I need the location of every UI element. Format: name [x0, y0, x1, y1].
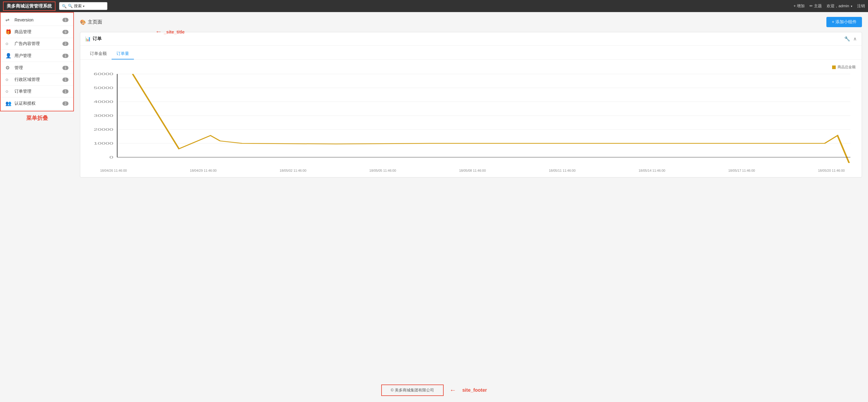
sidebar-item-label: 订单管理 [14, 89, 62, 94]
x-label: 18/05/20 11:46:00 [818, 169, 845, 172]
add-widget-button[interactable]: + 添加小组件 [826, 17, 862, 27]
footer: © 美多商城集团有限公司 ← site_footer [0, 378, 868, 402]
breadcrumb-bar: 🎨 主页面 + 添加小组件 [80, 17, 862, 27]
x-label: 18/04/26 11:46:00 [100, 169, 127, 172]
welcome-caret: ▾ [851, 4, 852, 8]
collapse-icon[interactable]: ∧ [853, 36, 857, 41]
svg-text:20000: 20000 [94, 128, 114, 132]
x-label: 18/05/02 11:46:00 [280, 169, 306, 172]
sidebar-badge: 2 [62, 41, 68, 46]
x-label: 18/04/29 11:46:00 [190, 169, 217, 172]
sidebar-item[interactable]: ○ 广告内容管理 2 [1, 38, 73, 50]
sidebar-item[interactable]: ○ 订单管理 1 [1, 86, 73, 97]
sidebar-item-label: 商品管理 [14, 29, 62, 35]
sidebar-item-label: Reversion [14, 18, 62, 22]
x-label: 18/05/14 11:46:00 [639, 169, 665, 172]
logout-button[interactable]: 注销 [857, 3, 865, 9]
chart-tab[interactable]: 订单金额 [85, 49, 112, 59]
sidebar-item-icon: ○ [5, 89, 12, 94]
sidebar-wrapper: ⇌ Reversion 1 🎁 商品管理 9 ○ 广告内容管理 2 👤 用户管理… [0, 12, 74, 378]
svg-text:50000: 50000 [94, 86, 114, 90]
sidebar-item-icon: 👤 [5, 53, 12, 59]
sidebar-badge: 1 [62, 78, 68, 82]
welcome-label: 欢迎，admin ▾ [827, 3, 852, 9]
footer-text: © 美多商城集团有限公司 [381, 384, 444, 396]
search-label: 🔍 搜索 [68, 3, 82, 9]
sidebar-item[interactable]: 👤 用户管理 1 [1, 50, 73, 62]
card-title-text: 订单 [93, 36, 102, 41]
search-box[interactable]: 🔍 🔍 搜索 ▾ [59, 2, 107, 10]
sidebar-badge: 1 [62, 89, 68, 93]
sidebar-item-label: 行政区域管理 [14, 77, 62, 82]
main-layout: ⇌ Reversion 1 🎁 商品管理 9 ○ 广告内容管理 2 👤 用户管理… [0, 12, 868, 378]
page-icon: 🎨 [80, 19, 86, 25]
svg-text:60000: 60000 [94, 72, 114, 76]
add-button[interactable]: + 增加 [794, 3, 805, 9]
sidebar-item-icon: ○ [5, 41, 12, 47]
svg-text:0: 0 [110, 155, 114, 160]
x-label: 18/05/11 11:46:00 [549, 169, 576, 172]
page-title: 主页面 [88, 19, 102, 25]
footer-arrow: ← [450, 386, 456, 394]
chart-container: 商品总金额 60000 50000 [80, 60, 862, 177]
topnav-right: + 增加 ✏ 主题 欢迎，admin ▾ 注销 [794, 3, 865, 9]
content-area: 🎨 主页面 + 添加小组件 📊 订单 🔧 ∧ 订单金额订单量 [74, 12, 868, 378]
orders-card: 📊 订单 🔧 ∧ 订单金额订单量 商品总金额 [80, 32, 862, 177]
sidebar-item[interactable]: ⇌ Reversion 1 [1, 14, 73, 26]
top-navigation: 美多商城运营管理系统 🔍 🔍 搜索 ▾ + 增加 ✏ 主题 欢迎，admin ▾… [0, 0, 868, 12]
sidebar-item[interactable]: 🎁 商品管理 9 [1, 26, 73, 38]
sidebar-item-icon: 👥 [5, 100, 12, 106]
x-axis-labels: 18/04/26 11:46:0018/04/29 11:46:0018/05/… [85, 168, 857, 172]
sidebar-item-label: 用户管理 [14, 53, 62, 59]
card-header: 📊 订单 🔧 ∧ [80, 32, 862, 46]
sidebar-badge: 1 [62, 66, 68, 70]
sidebar-item-icon: ○ [5, 77, 12, 82]
sidebar-item-icon: ⚙ [5, 65, 12, 70]
sidebar-item-label: 广告内容管理 [14, 41, 62, 47]
card-actions: 🔧 ∧ [844, 36, 857, 41]
sidebar-item[interactable]: ○ 行政区域管理 1 [1, 74, 73, 86]
chart-area: 60000 50000 40000 30000 20000 10000 0 [85, 71, 857, 168]
chart-tab[interactable]: 订单量 [112, 49, 134, 59]
search-icon: 🔍 [62, 4, 67, 8]
sidebar-item-icon: ⇌ [5, 17, 12, 23]
chart-svg: 60000 50000 40000 30000 20000 10000 0 [85, 71, 857, 168]
sidebar-badge: 9 [62, 30, 68, 34]
legend-label: 商品总金额 [838, 65, 856, 70]
sidebar-item-label: 管理 [14, 65, 62, 70]
chart-legend: 商品总金额 [85, 65, 857, 70]
sidebar-badge: 2 [62, 102, 68, 106]
x-label: 18/05/17 11:46:00 [728, 169, 755, 172]
brand-title: 美多商城运营管理系统 [3, 1, 56, 11]
sidebar-item-label: 认证和授权 [14, 101, 62, 106]
card-title: 📊 订单 [85, 36, 102, 41]
x-label: 18/05/08 11:46:00 [459, 169, 486, 172]
legend-color [832, 65, 836, 69]
chart-tabs: 订单金额订单量 [80, 46, 862, 60]
sidebar-badge: 1 [62, 54, 68, 58]
x-label: 18/05/05 11:46:00 [369, 169, 396, 172]
sidebar-item-icon: 🎁 [5, 29, 12, 35]
sidebar: ⇌ Reversion 1 🎁 商品管理 9 ○ 广告内容管理 2 👤 用户管理… [0, 12, 74, 111]
breadcrumb-title: 🎨 主页面 [80, 19, 102, 25]
footer-annotation: site_footer [462, 387, 487, 393]
menu-fold-annotation: 菜单折叠 [0, 111, 74, 123]
search-dropdown-caret: ▾ [83, 4, 85, 8]
svg-text:30000: 30000 [94, 114, 114, 118]
sidebar-badge: 1 [62, 18, 68, 22]
sidebar-item[interactable]: ⚙ 管理 1 [1, 62, 73, 74]
theme-button[interactable]: ✏ 主题 [809, 3, 822, 9]
wrench-icon[interactable]: 🔧 [844, 36, 850, 41]
card-icon: 📊 [85, 36, 91, 41]
svg-text:10000: 10000 [94, 142, 114, 145]
sidebar-item[interactable]: 👥 认证和授权 2 [1, 97, 73, 110]
svg-text:40000: 40000 [94, 100, 114, 104]
